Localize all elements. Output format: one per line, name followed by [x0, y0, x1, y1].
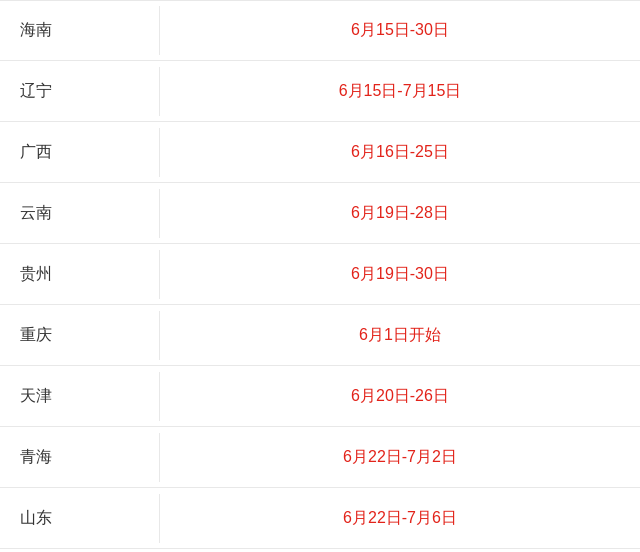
table-row: 天津6月20日-26日 [0, 366, 640, 427]
table-row: 广西6月16日-25日 [0, 122, 640, 183]
province-cell: 山东 [0, 494, 160, 543]
province-cell: 青海 [0, 433, 160, 482]
province-cell: 云南 [0, 189, 160, 238]
date-cell: 6月1日开始 [160, 311, 640, 360]
province-cell: 海南 [0, 6, 160, 55]
date-cell: 6月15日-30日 [160, 6, 640, 55]
province-cell: 辽宁 [0, 67, 160, 116]
province-cell: 重庆 [0, 311, 160, 360]
table-row: 山东6月22日-7月6日 [0, 488, 640, 549]
date-cell: 6月15日-7月15日 [160, 67, 640, 116]
table-row: 青海6月22日-7月2日 [0, 427, 640, 488]
date-cell: 6月22日-7月6日 [160, 494, 640, 543]
date-cell: 6月20日-26日 [160, 372, 640, 421]
province-cell: 广西 [0, 128, 160, 177]
date-cell: 6月19日-28日 [160, 189, 640, 238]
table-row: 云南6月19日-28日 [0, 183, 640, 244]
province-date-table: 海南6月15日-30日辽宁6月15日-7月15日广西6月16日-25日云南6月1… [0, 0, 640, 549]
table-row: 贵州6月19日-30日 [0, 244, 640, 305]
date-cell: 6月16日-25日 [160, 128, 640, 177]
table-row: 重庆6月1日开始 [0, 305, 640, 366]
province-cell: 贵州 [0, 250, 160, 299]
table-row: 海南6月15日-30日 [0, 0, 640, 61]
table-row: 辽宁6月15日-7月15日 [0, 61, 640, 122]
date-cell: 6月22日-7月2日 [160, 433, 640, 482]
province-cell: 天津 [0, 372, 160, 421]
date-cell: 6月19日-30日 [160, 250, 640, 299]
